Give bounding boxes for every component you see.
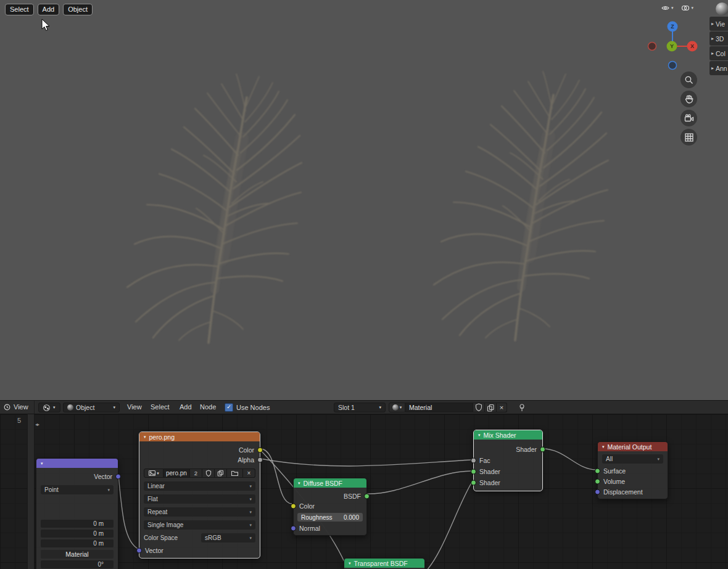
transparent-node-header[interactable]: ▾ Transparent BSDF <box>344 559 424 568</box>
ortho-toggle-button[interactable] <box>680 129 697 145</box>
alpha-output-socket[interactable] <box>257 457 263 463</box>
editor-divider[interactable] <box>27 414 35 569</box>
image-name-input[interactable] <box>163 469 190 478</box>
node-transparent-bsdf[interactable]: ▾ Transparent BSDF <box>344 558 425 569</box>
mix-node-header[interactable]: ▾ Mix Shader <box>474 430 542 440</box>
shader2-input-socket[interactable] <box>471 480 476 486</box>
material-name-input[interactable] <box>405 403 473 412</box>
node-mix-shader[interactable]: ▾ Mix Shader Shader Fac Shader Shader <box>473 430 543 491</box>
shader-output-socket[interactable] <box>540 447 545 452</box>
color-output-socket[interactable] <box>257 448 263 453</box>
location-z-field[interactable]: 0 m <box>41 539 114 547</box>
browse-image-dropdown[interactable]: ▾ <box>144 469 163 478</box>
editor-type-dropdown[interactable]: ▾ <box>38 403 60 412</box>
mapping-node-header[interactable]: ▾ <box>36 459 118 468</box>
image-users-button[interactable]: 2 <box>190 469 202 478</box>
collapse-icon[interactable]: ▾ <box>41 461 43 466</box>
viewport-3d[interactable]: Select Add Object Z X Y <box>0 0 728 401</box>
gizmos-dropdown[interactable]: ▾ <box>681 4 694 12</box>
image-node-header[interactable]: ▾ pero.png <box>139 432 260 441</box>
node-diffuse-bsdf[interactable]: ▾ Diffuse BSDF BSDF Color Roughness 0.00… <box>293 478 367 536</box>
camera-view-button[interactable] <box>680 110 697 126</box>
axis-neg-z-ball[interactable] <box>669 62 677 70</box>
color-space-dropdown[interactable]: sRGB ▾ <box>201 533 255 542</box>
volume-input-row: Volume <box>598 476 668 486</box>
shader-type-dropdown[interactable]: Object ▾ <box>63 403 120 412</box>
node-mapping[interactable]: ▾ Vector Point ▾ 0 m 0 m 0 m Material 0° <box>36 458 118 569</box>
collapse-icon[interactable]: ▾ <box>602 444 605 449</box>
color-input-socket[interactable] <box>291 504 296 509</box>
rotation-field[interactable]: 0° <box>41 560 114 568</box>
shader1-input-socket[interactable] <box>471 469 476 475</box>
vector-output-socket[interactable] <box>115 474 121 480</box>
vector-input-socket[interactable] <box>136 548 142 554</box>
region-resize-icon[interactable]: ◂▸ <box>35 422 39 427</box>
overlays-dropdown[interactable]: ▾ <box>661 4 674 12</box>
color-space-row: Color Space sRGB ▾ <box>144 533 255 542</box>
browse-material-dropdown[interactable]: ▾ <box>389 403 405 412</box>
sidebar-panel-3d-cursor[interactable]: ▸ 3D <box>709 31 728 46</box>
roughness-slider[interactable]: Roughness 0.000 <box>297 513 363 522</box>
diffuse-node-header[interactable]: ▾ Diffuse BSDF <box>294 478 366 488</box>
material-datablock-group: ▾ × <box>389 403 507 412</box>
sidebar-panel-view[interactable]: ▸ Vie <box>709 17 728 31</box>
menu-node[interactable]: Node <box>197 401 218 414</box>
panel-label: 3D <box>716 35 724 43</box>
menu-add[interactable]: Add <box>38 4 60 15</box>
mouse-cursor-icon <box>41 18 51 32</box>
slot-dropdown[interactable]: Slot 1 ▾ <box>334 403 386 412</box>
navigation-gizmo[interactable]: Z X Y <box>645 17 702 74</box>
displacement-input-socket[interactable] <box>595 489 600 494</box>
image-open-button[interactable] <box>227 469 243 478</box>
socket-label: Normal <box>299 525 320 532</box>
collapse-icon[interactable]: ▾ <box>349 561 351 566</box>
menu-object[interactable]: Object <box>63 4 93 15</box>
surface-input-socket[interactable] <box>595 468 600 473</box>
location-y-field[interactable]: 0 m <box>41 530 114 538</box>
fac-input-socket[interactable] <box>471 458 476 464</box>
normal-input-socket[interactable] <box>291 526 296 531</box>
color-space-value: sRGB <box>205 534 221 541</box>
image-fake-user-button[interactable] <box>202 469 215 478</box>
feather-object-left[interactable] <box>127 74 302 343</box>
material-label-field[interactable]: Material <box>41 550 114 559</box>
collapse-icon[interactable]: ▾ <box>298 481 300 486</box>
node-material-output[interactable]: ▾ Material Output All ▾ Surface Volume D… <box>597 441 668 499</box>
mapping-type-dropdown[interactable]: Point ▾ <box>41 485 114 494</box>
target-dropdown[interactable]: All ▾ <box>602 454 663 464</box>
pin-icon[interactable] <box>517 403 526 412</box>
socket-label: Surface <box>603 467 626 475</box>
sidebar-panel-annotations[interactable]: ▸ Ann <box>709 61 728 75</box>
menu-add[interactable]: Add <box>177 401 194 414</box>
image-duplicate-button[interactable] <box>215 469 227 478</box>
menu-select[interactable]: Select <box>148 401 172 414</box>
zoom-button[interactable] <box>680 72 697 88</box>
extension-dropdown[interactable]: Repeat ▾ <box>144 507 255 517</box>
projection-dropdown[interactable]: Flat ▾ <box>144 494 255 504</box>
source-value: Single Image <box>147 522 183 528</box>
duplicate-material-button[interactable] <box>485 403 497 412</box>
unlink-material-button[interactable]: × <box>497 403 507 412</box>
source-dropdown[interactable]: Single Image ▾ <box>144 520 255 530</box>
bsdf-output-socket[interactable] <box>364 494 370 499</box>
menu-view-left[interactable]: View <box>14 401 28 414</box>
node-image-texture[interactable]: ▾ pero.png Color Alpha ▾ <box>139 432 260 559</box>
collapse-icon[interactable]: ▾ <box>478 433 481 438</box>
use-nodes-checkbox[interactable]: ✓ Use Nodes <box>225 401 270 414</box>
feather-object-right[interactable] <box>434 72 608 340</box>
shading-mode-sphere-icon[interactable] <box>716 2 728 15</box>
collapse-icon[interactable]: ▾ <box>144 435 146 440</box>
axis-neg-x-ball[interactable] <box>648 43 656 51</box>
link-color-diffuse <box>260 449 292 504</box>
volume-input-socket[interactable] <box>595 478 600 484</box>
menu-view[interactable]: View <box>125 401 144 414</box>
shader-node-editor[interactable]: ▾ Vector Point ▾ 0 m 0 m 0 m Material 0°… <box>0 414 728 569</box>
image-unlink-button[interactable]: × <box>243 469 255 478</box>
interpolation-dropdown[interactable]: Linear ▾ <box>144 481 255 491</box>
sidebar-panel-collections[interactable]: ▸ Col <box>709 46 728 60</box>
pan-button[interactable] <box>680 91 697 107</box>
menu-select[interactable]: Select <box>5 4 34 15</box>
fake-user-button[interactable] <box>473 403 485 412</box>
location-x-field[interactable]: 0 m <box>41 520 114 528</box>
output-node-header[interactable]: ▾ Material Output <box>598 442 668 451</box>
